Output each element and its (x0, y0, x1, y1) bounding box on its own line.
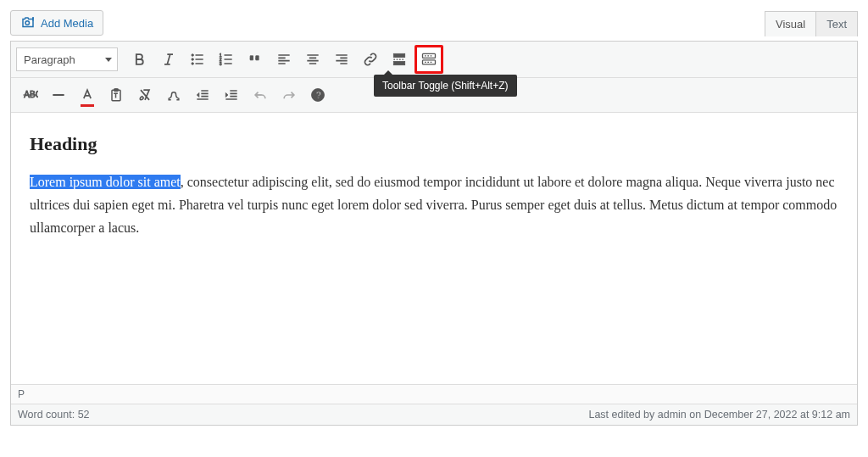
word-count: Word count: 52 (18, 409, 90, 421)
special-character-button[interactable] (160, 81, 187, 109)
toolbar-row-2: ABC T ? Toolbar Toggle (Shift+Alt+Z) (11, 78, 857, 113)
last-edited: Last edited by admin on December 27, 202… (588, 409, 850, 421)
tab-visual[interactable]: Visual (765, 11, 816, 36)
help-button[interactable]: ? (304, 81, 331, 109)
svg-point-3 (192, 63, 194, 65)
format-select-label: Paragraph (24, 53, 75, 66)
toolbar-row-1: Paragraph 123 (11, 42, 857, 78)
undo-button[interactable] (247, 81, 274, 109)
tooltip: Toolbar Toggle (Shift+Alt+Z) (374, 75, 517, 97)
svg-text:3: 3 (220, 61, 222, 66)
text-color-button[interactable] (74, 81, 101, 109)
tab-text[interactable]: Text (816, 11, 858, 36)
align-right-button[interactable] (328, 46, 355, 73)
status-bar: Word count: 52 Last edited by admin on D… (11, 404, 857, 425)
camera-music-icon (20, 15, 36, 31)
content-heading: Heading (30, 133, 838, 155)
caret-down-icon (105, 58, 112, 62)
indent-button[interactable] (218, 81, 245, 109)
svg-text:?: ? (316, 90, 322, 100)
align-center-button[interactable] (299, 46, 326, 73)
redo-button[interactable] (275, 81, 303, 109)
color-indicator (81, 104, 94, 107)
svg-point-1 (192, 54, 194, 57)
editor-tabs: Visual Text (765, 11, 858, 36)
toolbar-toggle-button[interactable] (415, 45, 443, 74)
add-media-label: Add Media (41, 17, 93, 30)
outdent-button[interactable] (189, 81, 216, 109)
clear-formatting-button[interactable] (131, 81, 159, 109)
svg-rect-7 (393, 53, 404, 57)
link-button[interactable] (357, 46, 384, 73)
format-select[interactable]: Paragraph (16, 47, 118, 71)
paste-text-button[interactable]: T (103, 81, 130, 109)
italic-button[interactable] (155, 46, 182, 73)
read-more-button[interactable] (386, 46, 413, 73)
svg-text:T: T (114, 92, 118, 98)
editor-container: Paragraph 123 ABC T ? Toolbar Toggle (Sh… (10, 41, 858, 426)
blockquote-button[interactable] (242, 46, 269, 73)
selected-text: Lorem ipsum dolor sit amet (30, 175, 181, 189)
add-media-button[interactable]: Add Media (10, 10, 103, 36)
editor-content-area[interactable]: Heading Lorem ipsum dolor sit amet, cons… (11, 113, 857, 384)
svg-rect-8 (393, 62, 404, 65)
align-left-button[interactable] (270, 46, 298, 73)
horizontal-rule-button[interactable] (45, 81, 72, 109)
bold-button[interactable] (126, 46, 153, 73)
svg-rect-13 (114, 89, 119, 92)
content-paragraph: Lorem ipsum dolor sit amet, consectetur … (30, 170, 838, 240)
ordered-list-button[interactable]: 123 (213, 46, 240, 73)
svg-point-2 (192, 59, 194, 61)
unordered-list-button[interactable] (184, 46, 211, 73)
strikethrough-button[interactable]: ABC (16, 81, 43, 109)
element-path[interactable]: P (11, 384, 857, 404)
